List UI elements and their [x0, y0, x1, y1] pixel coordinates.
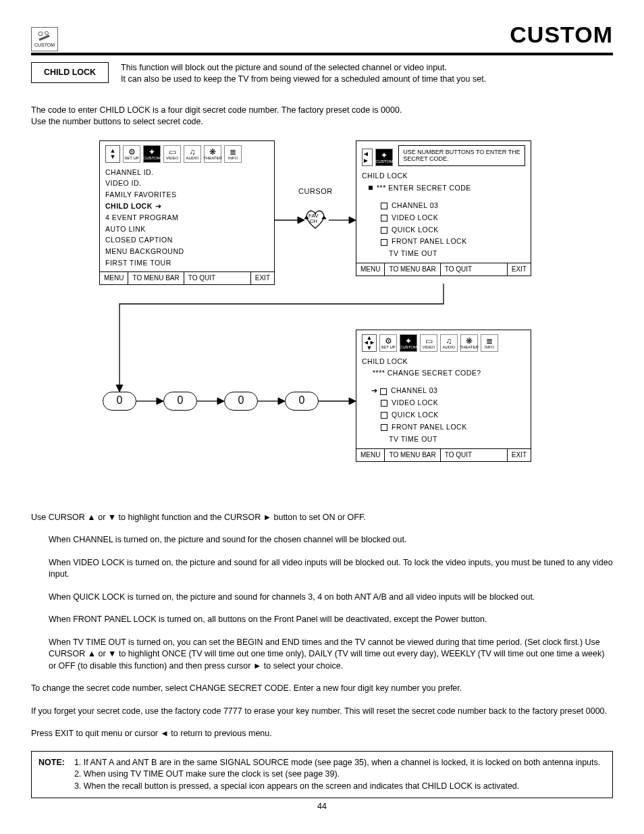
flow-arrow-icon	[275, 213, 304, 227]
menu-item-selected: CHILD LOCK➔	[105, 201, 269, 212]
svg-point-1	[45, 31, 49, 34]
menu-item: MENU BACKGROUND	[105, 246, 269, 257]
footer-menu: MENU	[356, 263, 385, 276]
setup-icon: ⚙SET UP	[123, 145, 140, 163]
list-item: CHANNEL 03	[391, 386, 437, 394]
menu-item: CLOSED CAPTION	[105, 234, 269, 246]
cursor-label: CURSOR	[298, 186, 333, 197]
note-3: 3. When the recall button is pressed, a …	[74, 781, 600, 793]
svg-marker-12	[217, 398, 224, 405]
intro-line-2: It can also be used to keep the TV from …	[121, 74, 486, 86]
info-icon: ≣INFO	[481, 334, 498, 352]
info-icon: ≣INFO	[224, 145, 242, 163]
flow-arrow-icon	[136, 396, 163, 407]
footer-exit: EXIT	[508, 449, 531, 461]
child-lock-label-box: CHILD LOCK	[31, 62, 109, 84]
svg-marker-8	[116, 385, 123, 392]
svg-marker-10	[157, 398, 163, 405]
instr-p2: When CHANNEL is turned on, the picture a…	[49, 534, 613, 546]
panel-footer: MENU TO MENU BAR TO QUIT EXIT	[356, 448, 531, 461]
menu-item: CHANNEL ID.	[105, 167, 269, 178]
video-icon: ▭VIDEO	[420, 334, 437, 352]
list-item: FRONT PANEL LOCK	[392, 423, 467, 431]
page-header: CUSTOM CUSTOM	[31, 19, 613, 51]
menu-panel-1: ▲▼ ⚙SET UP ✦CUSTOM ▭VIDEO ♫AUDIO ❋THEATE…	[99, 140, 275, 285]
icon-bar-2: ◄ ► ✦CUSTOM USE NUMBER BUTTONS TO ENTER …	[362, 145, 525, 167]
instr-p9: Press EXIT to quit menu or cursor ◄ to r…	[31, 728, 613, 740]
menu-panel-2: ◄ ► ✦CUSTOM USE NUMBER BUTTONS TO ENTER …	[356, 140, 531, 277]
theater-icon: ❋THEATER	[204, 145, 221, 163]
list-item: TV TIME OUT	[389, 435, 437, 443]
code-digit: 0	[103, 392, 136, 411]
instr-p8: If you forget your secret code, use the …	[31, 706, 613, 718]
panel2-subtitle: *** ENTER SECRET CODE	[377, 184, 471, 192]
video-icon: ▭VIDEO	[163, 145, 181, 163]
svg-marker-14	[278, 398, 285, 405]
menu-item: VIDEO ID.	[105, 178, 269, 189]
menu-list-1: CHANNEL ID. VIDEO ID. FAMILY FAVORITES C…	[105, 167, 269, 269]
footer-quit: TO QUIT	[184, 272, 251, 284]
list-item: VIDEO LOCK	[392, 398, 438, 407]
code-digit: 0	[285, 392, 319, 411]
custom-tab-icon: ✦CUSTOM	[400, 334, 417, 352]
panel-footer: MENU TO MENU BAR TO QUIT EXIT	[100, 271, 274, 284]
list-item: CHANNEL 03	[392, 201, 438, 209]
nav-arrows-leftright-icon: ◄ ►	[362, 149, 373, 166]
flow-arrow-icon	[319, 396, 356, 407]
instr-p4: When QUICK LOCK is turned on, the pictur…	[49, 592, 613, 604]
footer-quit: TO QUIT	[441, 449, 508, 461]
footer-exit: EXIT	[508, 263, 531, 276]
menu-item: FAMILY FAVORITES	[105, 189, 269, 201]
footer-quit: TO QUIT	[441, 263, 508, 276]
footer-menu: MENU	[356, 449, 385, 461]
footer-menu: MENU	[100, 272, 128, 284]
code-explain: The code to enter CHILD LOCK is a four d…	[31, 105, 613, 128]
svg-marker-16	[349, 398, 356, 405]
code-explain-l2: Use the number buttons to select secret …	[31, 117, 203, 126]
nav-arrows-updown-icon: ▲▼	[105, 145, 120, 163]
panel3-content: CHILD LOCK **** CHANGE SECRET CODE? ➔ CH…	[362, 356, 525, 446]
nav-arrows-4way-icon: ▲▼ ◄►	[362, 334, 377, 352]
footer-exit: EXIT	[251, 272, 274, 284]
list-item: QUICK LOCK	[392, 226, 439, 234]
intro-line-1: This function will block out the picture…	[121, 62, 486, 74]
page-number: 44	[31, 801, 613, 813]
theater-icon: ❋THEATER	[460, 334, 478, 352]
panel3-title: CHILD LOCK	[362, 356, 525, 368]
list-item: VIDEO LOCK	[392, 213, 438, 221]
header-rule	[31, 53, 613, 55]
instr-p1: Use CURSOR ▲ or ▼ to highlight function …	[31, 512, 613, 524]
child-lock-section: CHILD LOCK This function will block out …	[31, 62, 613, 86]
note-body: 1. If ANT A and ANT B are in the same SI…	[74, 757, 600, 793]
note-label: NOTE:	[38, 757, 65, 793]
panel-footer: MENU TO MENU BAR TO QUIT EXIT	[356, 263, 531, 276]
custom-tab-icon: ✦CUSTOM	[375, 149, 393, 166]
panel2-title: CHILD LOCK	[362, 170, 525, 182]
code-digit: 0	[163, 392, 197, 411]
secret-hint-box: USE NUMBER BUTTONS TO ENTER THE SECRET C…	[398, 145, 525, 167]
list-item: TV TIME OUT	[389, 249, 437, 257]
panel2-content: CHILD LOCK *** ENTER SECRET CODE CHANNEL…	[362, 170, 525, 260]
svg-marker-7	[349, 217, 356, 224]
icon-bar-3: ▲▼ ◄► ⚙SET UP ✦CUSTOM ▭VIDEO ♫AUDIO ❋THE…	[362, 334, 525, 352]
icon-bar-1: ▲▼ ⚙SET UP ✦CUSTOM ▭VIDEO ♫AUDIO ❋THEATE…	[105, 145, 269, 163]
menu-item: AUTO LINK	[105, 224, 269, 235]
instructions-block: Use CURSOR ▲ or ▼ to highlight function …	[31, 512, 613, 740]
menu-panel-3: ▲▼ ◄► ⚙SET UP ✦CUSTOM ▭VIDEO ♫AUDIO ❋THE…	[356, 330, 531, 462]
svg-marker-5	[298, 217, 304, 224]
setup-icon: ⚙SET UP	[379, 334, 397, 352]
audio-icon: ♫AUDIO	[184, 145, 201, 163]
note-2: 2. When using TV TIME OUT make sure the …	[74, 768, 600, 781]
svg-point-0	[38, 32, 43, 36]
svg-marker-3	[322, 216, 326, 219]
footer-menubar: TO MENU BAR	[385, 263, 440, 276]
custom-tab-icon: ✦CUSTOM	[143, 145, 161, 163]
list-item: QUICK LOCK	[392, 411, 439, 419]
instr-p5: When FRONT PANEL LOCK is turned on, all …	[49, 614, 613, 626]
audio-icon: ♫AUDIO	[440, 334, 458, 352]
fav-ch-button-icon: FAV CH	[302, 205, 329, 232]
footer-menubar: TO MENU BAR	[385, 449, 440, 461]
instr-p3: When VIDEO LOCK is turned on, the pictur…	[49, 557, 613, 581]
note-box: NOTE: 1. If ANT A and ANT B are in the s…	[31, 751, 613, 799]
instr-p6: When TV TIME OUT is turned on, you can s…	[49, 637, 613, 673]
